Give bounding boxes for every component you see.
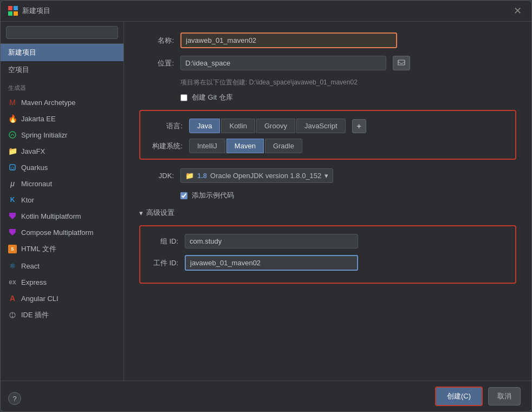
svg-marker-7 <box>9 213 16 219</box>
help-button[interactable]: ? <box>8 392 21 405</box>
empty-project-label: 空项目 <box>8 65 29 75</box>
sidebar-item-html[interactable]: 5 HTML 文件 <box>1 240 124 258</box>
ktor-label: Ktor <box>21 196 34 204</box>
sidebar-item-express[interactable]: ex Express <box>1 274 124 290</box>
sidebar-item-angular-cli[interactable]: A Angular CLI <box>1 290 124 306</box>
title-bar: 新建项目 ✕ <box>1 1 531 22</box>
group-id-input[interactable] <box>185 234 358 248</box>
express-icon: ex <box>8 278 17 286</box>
app-icon <box>8 6 18 16</box>
sample-code-row: 添加示例代码 <box>180 191 516 200</box>
group-id-label: 组 ID: <box>148 237 178 246</box>
location-row: 位置: <box>139 56 516 70</box>
svg-rect-3 <box>14 11 18 16</box>
language-build-box: 语言: Java Kotlin Groovy JavaScript + 构建系统… <box>139 110 516 160</box>
artifact-id-row: 工件 ID: <box>148 255 508 271</box>
location-hint: 项目将在以下位置创建: D:\idea_space\javaweb_01_mav… <box>180 78 516 87</box>
advanced-settings-toggle[interactable]: ▾ 高级设置 <box>139 208 516 218</box>
language-label: 语言: <box>148 121 183 131</box>
search-bar <box>1 22 124 44</box>
sidebar-item-react[interactable]: ⚛ React <box>1 258 124 274</box>
svg-marker-8 <box>9 229 16 236</box>
sidebar-item-quarkus[interactable]: Q Quarkus <box>1 159 124 175</box>
quarkus-label: Quarkus <box>21 164 48 172</box>
advanced-settings-box: 组 ID: 工件 ID: <box>139 225 516 284</box>
sidebar-item-ide-plugin[interactable]: IDE 插件 <box>1 306 124 324</box>
ide-plugin-icon <box>8 311 17 319</box>
javafx-icon: 📁 <box>8 147 17 155</box>
sidebar-item-maven-archetype[interactable]: M Maven Archetype <box>1 94 124 110</box>
svg-rect-1 <box>14 6 18 10</box>
right-panel: 名称: 位置: 项目将在以下位置创建: D:\idea_space\javawe… <box>124 22 531 381</box>
artifact-id-input[interactable] <box>185 255 358 271</box>
javafx-label: JavaFX <box>21 147 45 155</box>
sidebar-item-empty-project[interactable]: 空项目 <box>1 61 124 79</box>
maven-archetype-label: Maven Archetype <box>21 99 75 107</box>
angular-cli-label: Angular CLI <box>21 295 59 303</box>
jdk-select[interactable]: 📁 1.8 Oracle OpenJDK version 1.8.0_152 ▾ <box>180 168 333 183</box>
sidebar: 新建项目 空项目 生成器 M Maven Archetype 🔥 Jakarta… <box>1 22 124 381</box>
location-input[interactable] <box>180 56 386 70</box>
jakarta-icon: 🔥 <box>8 114 17 123</box>
sidebar-item-javafx[interactable]: 📁 JavaFX <box>1 143 124 159</box>
git-label[interactable]: 创建 Git 仓库 <box>192 93 233 102</box>
close-button[interactable]: ✕ <box>511 5 524 17</box>
git-checkbox[interactable] <box>180 94 187 101</box>
cancel-button[interactable]: 取消 <box>488 387 521 406</box>
project-name-input[interactable] <box>180 32 397 48</box>
sidebar-item-compose-multiplatform[interactable]: Compose Multiplatform <box>1 224 124 240</box>
react-icon: ⚛ <box>8 261 17 270</box>
language-btn-group: Java Kotlin Groovy JavaScript <box>189 119 346 133</box>
jakarta-ee-label: Jakarta EE <box>21 115 56 123</box>
group-id-row: 组 ID: <box>148 234 508 248</box>
lang-groovy-button[interactable]: Groovy <box>256 119 295 133</box>
jdk-row: JDK: 📁 1.8 Oracle OpenJDK version 1.8.0_… <box>139 168 516 183</box>
build-maven-button[interactable]: Maven <box>226 139 264 153</box>
ktor-icon: K <box>8 195 17 204</box>
language-row: 语言: Java Kotlin Groovy JavaScript + <box>148 119 508 133</box>
jdk-folder-icon: 📁 <box>185 172 194 180</box>
search-input[interactable] <box>6 26 118 39</box>
spring-initializr-label: Spring Initializr <box>21 131 67 139</box>
chevron-down-icon: ▾ <box>139 209 143 217</box>
new-project-dialog: 新建项目 ✕ 新建项目 空项目 生成器 M Maven Archetype <box>0 0 532 412</box>
name-row: 名称: <box>139 32 516 48</box>
sample-code-label[interactable]: 添加示例代码 <box>192 191 234 200</box>
compose-multiplatform-label: Compose Multiplatform <box>21 228 94 237</box>
sample-code-checkbox[interactable] <box>180 192 187 199</box>
svg-text:Q: Q <box>11 166 14 171</box>
sidebar-item-spring-initializr[interactable]: Spring Initializr <box>1 127 124 143</box>
micronaut-label: Micronaut <box>21 180 52 188</box>
sidebar-item-new-project[interactable]: 新建项目 <box>1 44 124 61</box>
sidebar-item-kotlin-multiplatform[interactable]: Kotlin Multiplatform <box>1 208 124 224</box>
svg-point-4 <box>9 132 16 138</box>
location-label: 位置: <box>139 58 174 68</box>
sidebar-item-jakarta-ee[interactable]: 🔥 Jakarta EE <box>1 110 124 127</box>
artifact-id-label: 工件 ID: <box>148 258 178 268</box>
svg-rect-2 <box>8 11 12 16</box>
name-label: 名称: <box>139 36 174 45</box>
maven-icon: M <box>8 98 17 107</box>
sidebar-item-ktor[interactable]: K Ktor <box>1 192 124 208</box>
add-language-button[interactable]: + <box>352 119 366 133</box>
build-gradle-button[interactable]: Gradle <box>265 139 302 153</box>
jdk-dropdown-arrow: ▾ <box>325 172 328 180</box>
html-icon: 5 <box>8 245 17 253</box>
main-content: 新建项目 空项目 生成器 M Maven Archetype 🔥 Jakarta… <box>1 22 531 381</box>
quarkus-icon: Q <box>8 163 17 172</box>
lang-kotlin-button[interactable]: Kotlin <box>221 119 255 133</box>
build-intellij-button[interactable]: IntelliJ <box>189 139 225 153</box>
express-label: Express <box>21 278 47 286</box>
generators-label: 生成器 <box>1 79 124 94</box>
angular-icon: A <box>8 294 17 303</box>
advanced-label: 高级设置 <box>146 208 174 218</box>
browse-button[interactable] <box>393 56 410 70</box>
sidebar-item-micronaut[interactable]: μ Micronaut <box>1 175 124 192</box>
create-button[interactable]: 创建(C) <box>435 387 483 406</box>
html-label: HTML 文件 <box>21 244 56 254</box>
lang-javascript-button[interactable]: JavaScript <box>296 119 346 133</box>
lang-java-button[interactable]: Java <box>189 119 220 133</box>
spring-icon <box>8 130 17 139</box>
jdk-version: 1.8 <box>197 172 207 180</box>
compose-icon <box>8 228 17 237</box>
